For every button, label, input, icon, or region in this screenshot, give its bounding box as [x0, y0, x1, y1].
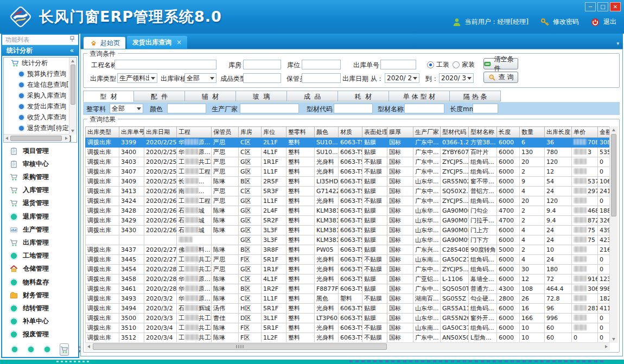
- grid-cell[interactable]: C区: [239, 187, 262, 196]
- table-row[interactable]: 调拨出库34032020/2/25工共工程严思G区1R1F整料光身料6063-T…: [86, 157, 612, 167]
- grid-cell[interactable]: 130: [520, 148, 545, 157]
- tree-item[interactable]: 采购入库查询: [4, 90, 77, 101]
- grid-cell[interactable]: 6063-T5: [339, 148, 362, 157]
- grid-cell[interactable]: 6000: [497, 226, 520, 235]
- grid-cell[interactable]: 国标: [387, 333, 413, 343]
- grid-cell[interactable]: 6063-T5: [339, 274, 362, 284]
- grid-cell[interactable]: 工共工程: [177, 314, 212, 323]
- grid-cell[interactable]: 国标: [387, 216, 413, 226]
- grid-cell[interactable]: 4L1F: [262, 148, 286, 157]
- grid-cell[interactable]: GR55A11: [441, 304, 469, 314]
- grid-cell[interactable]: 贴膜: [362, 235, 387, 245]
- table-row[interactable]: 调拨出库34612020/2/28华原...陈琳B区1R2F整料F8877FT6…: [86, 284, 612, 294]
- grid-cell[interactable]: 2812: [572, 304, 598, 314]
- grid-cell[interactable]: 1L1F: [262, 294, 286, 304]
- grid-cell[interactable]: LI35HD: [315, 177, 339, 187]
- grid-cell[interactable]: 严思: [212, 265, 239, 274]
- grid-cell[interactable]: 石城: [177, 226, 212, 235]
- tree-item[interactable]: 收货入库查询: [4, 112, 77, 123]
- grid-cell[interactable]: 整料: [286, 138, 315, 148]
- grid-cell[interactable]: 9: [520, 177, 545, 187]
- product-type-input[interactable]: [243, 73, 281, 83]
- grid-cell[interactable]: 2020/3/2: [144, 304, 177, 314]
- grid-cell[interactable]: 整料: [286, 323, 315, 333]
- grid-cell[interactable]: 464.4: [545, 284, 572, 294]
- table-row[interactable]: 调拨出库34292020/2/26石城陈琳G区5R2F整料KLM38176063…: [86, 216, 612, 226]
- grid-cell[interactable]: 不贴膜: [362, 196, 387, 206]
- grid-cell[interactable]: 勾企硬...: [469, 294, 497, 304]
- grid-cell[interactable]: 调拨出库: [86, 274, 119, 284]
- grid-cell[interactable]: 2: [520, 216, 545, 226]
- grid-cell[interactable]: 不贴膜: [362, 255, 387, 265]
- grid-cell[interactable]: 整料: [286, 235, 315, 245]
- grid-cell[interactable]: 4700: [497, 206, 520, 216]
- grid-cell[interactable]: KLM3817: [315, 226, 339, 235]
- grid-cell[interactable]: 幕墙全...: [469, 274, 497, 284]
- grid-cell[interactable]: 石辉城: [177, 304, 212, 314]
- tab-shipping-outbound-query[interactable]: 发货出库查询 ×: [127, 36, 187, 49]
- grid-cell[interactable]: 调拨出库: [86, 157, 119, 167]
- grid-cell[interactable]: 华原...: [177, 294, 212, 304]
- grid-cell[interactable]: 3428: [119, 206, 144, 216]
- grid-cell[interactable]: 石城: [177, 216, 212, 226]
- grid-cell[interactable]: 6000: [497, 157, 520, 167]
- table-row[interactable]: 调拨出库33992020/2/25华原...严思C区2L1F整料SU10...6…: [86, 138, 612, 148]
- grid-cell[interactable]: 6000: [497, 323, 520, 333]
- grid-cell[interactable]: [572, 196, 598, 206]
- minimize-button[interactable]: ─: [585, 2, 596, 11]
- grid-cell[interactable]: 6063-T5: [339, 304, 362, 314]
- cart-shortcut-button[interactable]: [60, 343, 69, 356]
- grid-cell[interactable]: 2R5F: [262, 177, 286, 187]
- grid-cell[interactable]: 整料: [286, 294, 315, 304]
- grid-cell[interactable]: KLM3817: [315, 206, 339, 216]
- grid-cell[interactable]: 6000: [497, 274, 520, 284]
- tree-horizontal-scrollbar[interactable]: [4, 134, 69, 142]
- sidebar-item[interactable]: 报废管理: [2, 329, 78, 341]
- grid-cell[interactable]: 严思: [212, 196, 239, 206]
- grid-cell[interactable]: 国标: [387, 187, 413, 196]
- grid-cell[interactable]: 30: [520, 265, 545, 274]
- grid-cell[interactable]: 山东华...: [413, 216, 441, 226]
- grid-cell[interactable]: 2020/2/28: [144, 274, 177, 284]
- column-header[interactable]: 材质: [339, 127, 362, 138]
- grid-cell[interactable]: 2020/2/25: [144, 177, 177, 187]
- grid-cell[interactable]: 6063-T5: [339, 323, 362, 333]
- grid-cell[interactable]: 普通方...: [469, 284, 497, 294]
- grid-cell[interactable]: ZYCJP5...: [441, 157, 469, 167]
- grid-cell[interactable]: ZYCJP5...: [441, 167, 469, 177]
- grid-cell[interactable]: 窗不带...: [469, 177, 497, 187]
- grid-cell[interactable]: 陈琳: [212, 177, 239, 187]
- grid-cell[interactable]: C区: [239, 138, 262, 148]
- grid-cell[interactable]: 华原...: [177, 138, 212, 148]
- grid-cell[interactable]: 96: [545, 304, 572, 314]
- grid-cell[interactable]: 黑色: [315, 294, 339, 304]
- grid-cell[interactable]: B区: [239, 245, 262, 255]
- grid-cell[interactable]: 调拨出库: [86, 314, 119, 323]
- grid-cell[interactable]: 国标: [387, 323, 413, 333]
- grid-cell[interactable]: 2800: [497, 294, 520, 304]
- grid-cell[interactable]: 工工程: [177, 167, 212, 177]
- grid-cell[interactable]: 工共工程: [177, 157, 212, 167]
- grid-cell[interactable]: G区: [239, 167, 262, 177]
- grid-cell[interactable]: GA90M08...: [441, 226, 469, 235]
- grid-cell[interactable]: 组角码...: [469, 323, 497, 333]
- sidebar-item[interactable]: 项目管理: [2, 145, 78, 157]
- grid-cell[interactable]: 贴膜: [362, 274, 387, 284]
- grid-cell[interactable]: 长...: [177, 177, 212, 187]
- grid-cell[interactable]: 整料: [286, 187, 315, 196]
- grid-cell[interactable]: 调拨出库: [86, 148, 119, 157]
- grid-cell[interactable]: SQ50X2...: [441, 187, 469, 196]
- column-header[interactable]: 出库日期: [144, 127, 177, 138]
- grid-cell[interactable]: 120: [545, 157, 572, 167]
- grid-cell[interactable]: GA90M07...: [441, 216, 469, 226]
- grid-cell[interactable]: 3: [572, 148, 598, 157]
- grid-cell[interactable]: GR55N26: [441, 314, 469, 323]
- grid-cell[interactable]: 陈琳: [212, 226, 239, 235]
- grid-cell[interactable]: 调拨出库: [86, 216, 119, 226]
- date-from-picker[interactable]: 2020/ 2/16: [385, 73, 419, 83]
- grid-cell[interactable]: 窗外开...: [469, 314, 497, 323]
- column-header[interactable]: 型材名称: [469, 127, 497, 138]
- grid-horizontal-scrollbar[interactable]: [85, 342, 610, 350]
- grid-cell[interactable]: 国标: [387, 255, 413, 265]
- grid-cell[interactable]: GA90M06...: [441, 206, 469, 216]
